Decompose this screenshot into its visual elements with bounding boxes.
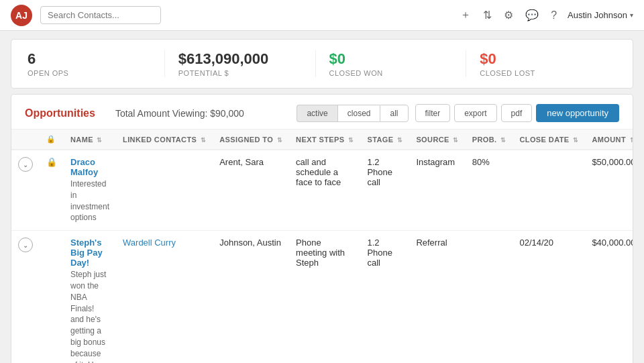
closed-lost-value: $0 <box>480 50 603 68</box>
row-lock-cell: 🔒 <box>40 150 64 231</box>
search-container <box>40 6 161 24</box>
row-assigned-cell: Johnson, Austin <box>213 231 289 363</box>
filter-icon[interactable]: ⚙ <box>504 9 513 21</box>
panel-subtitle: Total Amount Viewing: $90,000 <box>115 108 290 119</box>
table-header-row: 🔒 NAME ⇅ LINKED CONTACTS ⇅ ASSIGNED TO ⇅… <box>11 129 633 150</box>
stats-bar: 6 OPEN OPS $613,090,000 POTENTIAL $ $0 C… <box>11 39 633 89</box>
new-opportunity-btn[interactable]: new opportunity <box>536 104 619 122</box>
col-expand-header <box>11 129 40 150</box>
filter-active-btn[interactable]: active <box>297 105 337 122</box>
row-source-cell: Instagram <box>409 150 465 231</box>
pdf-btn[interactable]: pdf <box>501 104 533 122</box>
col-lock-header: 🔒 <box>40 129 64 150</box>
share-icon[interactable]: ⇅ <box>483 9 492 21</box>
col-stage-label: STAGE <box>367 136 393 144</box>
row-nextsteps-cell: Phone meeting with Steph <box>289 231 360 363</box>
search-input[interactable] <box>40 6 161 24</box>
col-amount-label: AMOUNT <box>592 136 626 144</box>
col-assigned-sort: ⇅ <box>277 137 282 144</box>
stat-open-ops: 6 OPEN OPS <box>28 50 165 77</box>
open-ops-label: OPEN OPS <box>28 69 151 77</box>
topnav: AJ ＋ ⇅ ⚙ 💬 ? Austin Johnson ▾ <box>0 0 644 31</box>
opp-name-link[interactable]: Steph's Big Pay Day! <box>70 238 103 268</box>
col-amount-header[interactable]: AMOUNT ⇅ <box>585 129 633 150</box>
col-linked-header[interactable]: LINKED CONTACTS ⇅ <box>116 129 213 150</box>
filter-all-btn[interactable]: all <box>380 105 408 122</box>
row-amount-cell: $40,000.00 <box>585 231 633 363</box>
expand-btn[interactable]: ⌄ <box>18 238 33 252</box>
col-source-label: SOURCE <box>416 136 449 144</box>
app-logo: AJ <box>11 5 32 26</box>
row-closedate-cell <box>513 150 585 231</box>
col-assigned-header[interactable]: ASSIGNED TO ⇅ <box>213 129 289 150</box>
row-amount-cell: $50,000.00 <box>585 150 633 231</box>
expand-btn[interactable]: ⌄ <box>18 157 33 172</box>
open-ops-value: 6 <box>28 50 151 68</box>
col-closedate-sort: ⇅ <box>573 137 578 144</box>
row-closedate-cell: 02/14/20 <box>513 231 585 363</box>
row-linked-cell <box>116 150 213 231</box>
table-row: ⌄ Steph's Big Pay Day! Steph just won th… <box>11 231 633 363</box>
row-expand-cell: ⌄ <box>11 231 40 363</box>
opp-description: Steph just won the NBA Finals! and he's … <box>70 269 109 363</box>
filter-closed-btn[interactable]: closed <box>337 105 380 122</box>
row-prob-cell: 80% <box>466 150 513 231</box>
user-menu[interactable]: Austin Johnson ▾ <box>568 10 633 20</box>
col-prob-header[interactable]: PROB. ⇅ <box>466 129 513 150</box>
col-name-header[interactable]: NAME ⇅ <box>64 129 116 150</box>
col-amount-sort: ⇅ <box>630 137 633 144</box>
main-panel: Opportunities Total Amount Viewing: $90,… <box>11 94 633 363</box>
stat-closed-won: $0 CLOSED WON <box>316 50 467 77</box>
col-nextsteps-label: NEXT STEPS <box>296 136 344 144</box>
col-prob-label: PROB. <box>472 136 497 144</box>
col-stage-sort: ⇅ <box>397 137 402 144</box>
col-name-sort: ⇅ <box>97 137 102 144</box>
chat-icon[interactable]: 💬 <box>525 9 539 21</box>
col-nextsteps-sort: ⇅ <box>348 137 354 144</box>
row-assigned-cell: Arent, Sara <box>213 150 289 231</box>
filter-action-btn[interactable]: filter <box>415 104 451 122</box>
row-expand-cell: ⌄ <box>11 150 40 231</box>
action-buttons: filter export pdf new opportunity <box>415 104 620 122</box>
row-stage-cell: 1.2 Phone call <box>360 231 409 363</box>
closed-won-value: $0 <box>329 50 453 68</box>
opp-description: Interested in investment options <box>70 178 109 223</box>
col-prob-sort: ⇅ <box>500 137 506 144</box>
plus-icon[interactable]: ＋ <box>460 8 471 22</box>
row-source-cell: Referral <box>409 231 465 363</box>
col-stage-header[interactable]: STAGE ⇅ <box>360 129 409 150</box>
col-linked-label: LINKED CONTACTS <box>123 136 197 144</box>
row-linked-cell: Wardell Curry <box>116 231 213 363</box>
opp-name-link[interactable]: Draco Malfoy <box>70 157 98 177</box>
stat-closed-lost: $0 CLOSED LOST <box>466 50 616 77</box>
col-source-header[interactable]: SOURCE ⇅ <box>409 129 465 150</box>
filter-buttons: active closed all <box>297 105 408 122</box>
col-closedate-header[interactable]: CLOSE DATE ⇅ <box>513 129 585 150</box>
potential-value: $613,090,000 <box>178 50 302 68</box>
linked-contact-link[interactable]: Wardell Curry <box>123 238 176 248</box>
col-source-sort: ⇅ <box>453 137 458 144</box>
panel-header: Opportunities Total Amount Viewing: $90,… <box>11 95 633 129</box>
help-icon[interactable]: ? <box>551 9 557 21</box>
topnav-icons: ＋ ⇅ ⚙ 💬 ? <box>460 8 557 22</box>
potential-label: POTENTIAL $ <box>178 69 302 77</box>
export-btn[interactable]: export <box>454 104 496 122</box>
col-name-label: NAME <box>70 136 93 144</box>
col-assigned-label: ASSIGNED TO <box>219 136 273 144</box>
col-nextsteps-header[interactable]: NEXT STEPS ⇅ <box>289 129 360 150</box>
closed-lost-label: CLOSED LOST <box>480 69 603 77</box>
row-lock-cell <box>40 231 64 363</box>
closed-won-label: CLOSED WON <box>329 69 453 77</box>
row-name-cell: Draco Malfoy Interested in investment op… <box>64 150 116 231</box>
user-name: Austin Johnson <box>568 10 627 20</box>
table-row: ⌄ 🔒 Draco Malfoy Interested in investmen… <box>11 150 633 231</box>
row-name-cell: Steph's Big Pay Day! Steph just won the … <box>64 231 116 363</box>
row-prob-cell <box>466 231 513 363</box>
row-nextsteps-cell: call and schedule a face to face <box>289 150 360 231</box>
col-closedate-label: CLOSE DATE <box>519 136 569 144</box>
row-stage-cell: 1.2 Phone call <box>360 150 409 231</box>
lock-icon: 🔒 <box>46 157 57 167</box>
opportunities-table: 🔒 NAME ⇅ LINKED CONTACTS ⇅ ASSIGNED TO ⇅… <box>11 129 633 363</box>
col-linked-sort: ⇅ <box>201 137 206 144</box>
lock-header-icon: 🔒 <box>46 135 56 143</box>
